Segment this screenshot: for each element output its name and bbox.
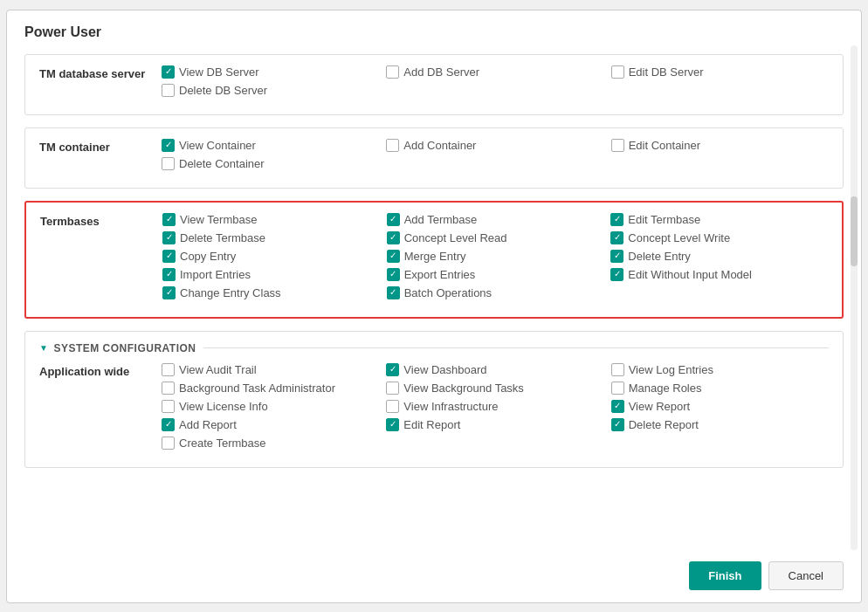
perm-view-log-entries: View Log Entries (611, 363, 829, 376)
finish-button[interactable]: Finish (689, 561, 761, 590)
checkbox-delete-report[interactable] (611, 418, 624, 431)
perm-edit-termbase: Edit Termbase (610, 213, 828, 226)
label-batch-operations: Batch Operations (404, 286, 492, 299)
checkbox-view-report[interactable] (611, 400, 624, 413)
checkbox-edit-without-input-model[interactable] (610, 268, 623, 281)
perm-edit-report: Edit Report (386, 418, 603, 431)
checkbox-batch-operations[interactable] (387, 286, 400, 299)
scrollbar-thumb[interactable] (851, 196, 858, 266)
system-config-section: ▼ SYSTEM CONFIGURATION Application wide … (24, 331, 844, 468)
checkbox-view-termbase[interactable] (162, 213, 176, 226)
app-wide-row: Application wide View Audit Trail View D… (39, 363, 829, 450)
dialog-footer: Finish Cancel (689, 561, 844, 590)
perm-empty-3 (386, 157, 603, 170)
checkbox-view-log-entries[interactable] (611, 363, 624, 376)
label-import-entries: Import Entries (180, 268, 251, 281)
checkbox-delete-db-server[interactable] (162, 84, 175, 97)
checkbox-view-container[interactable] (162, 139, 175, 152)
label-create-termbase: Create Termbase (179, 437, 265, 450)
label-view-log-entries: View Log Entries (629, 363, 713, 376)
termbases-row: Termbases View Termbase Add Termbase Edi… (40, 213, 828, 299)
label-edit-without-input-model: Edit Without Input Model (628, 268, 752, 281)
perm-batch-operations: Batch Operations (387, 286, 604, 299)
label-add-termbase: Add Termbase (404, 213, 478, 226)
checkbox-edit-report[interactable] (386, 418, 399, 431)
checkbox-add-container[interactable] (386, 139, 399, 152)
tm-db-server-items: View DB Server Add DB Server Edit DB Ser… (162, 65, 829, 97)
perm-delete-container: Delete Container (162, 157, 379, 170)
checkbox-copy-entry[interactable] (162, 250, 176, 263)
label-concept-level-read: Concept Level Read (404, 231, 507, 244)
perm-edit-db-server: Edit DB Server (611, 65, 829, 79)
perm-empty-4 (611, 157, 829, 170)
checkbox-delete-termbase[interactable] (162, 231, 176, 244)
checkbox-view-dashboard[interactable] (386, 363, 399, 376)
checkbox-change-entry-class[interactable] (162, 286, 176, 299)
perm-add-container: Add Container (386, 139, 603, 152)
checkbox-manage-roles[interactable] (611, 382, 624, 395)
perm-empty-6 (386, 437, 603, 450)
label-delete-container: Delete Container (179, 157, 265, 170)
tm-container-items: View Container Add Container Edit Contai… (162, 139, 829, 170)
label-manage-roles: Manage Roles (629, 382, 702, 395)
tm-db-server-row: TM database server View DB Server Add DB… (39, 65, 829, 97)
checkbox-concept-level-write[interactable] (610, 231, 623, 244)
perm-empty-2 (611, 84, 829, 97)
perm-view-report: View Report (611, 400, 829, 413)
perm-edit-without-input-model: Edit Without Input Model (610, 268, 828, 281)
label-edit-db-server: Edit DB Server (629, 65, 704, 79)
checkbox-edit-db-server[interactable] (611, 65, 624, 79)
checkbox-delete-entry[interactable] (610, 250, 623, 263)
termbases-section: Termbases View Termbase Add Termbase Edi… (24, 201, 844, 319)
checkbox-merge-entry[interactable] (387, 250, 400, 263)
perm-view-license-info: View License Info (162, 400, 379, 413)
perm-view-termbase: View Termbase (162, 213, 380, 226)
termbases-label: Termbases (40, 213, 162, 228)
perm-view-audit-trail: View Audit Trail (162, 363, 379, 376)
perm-export-entries: Export Entries (387, 268, 604, 281)
checkbox-view-infrastructure[interactable] (386, 400, 399, 413)
perm-copy-entry: Copy Entry (162, 250, 380, 263)
label-add-container: Add Container (403, 139, 476, 152)
perm-merge-entry: Merge Entry (387, 250, 604, 263)
cancel-button[interactable]: Cancel (768, 561, 844, 590)
tm-container-label: TM container (39, 139, 162, 154)
tm-container-section: TM container View Container Add Containe… (24, 127, 844, 189)
label-view-background-tasks: View Background Tasks (403, 382, 524, 395)
label-delete-db-server: Delete DB Server (179, 84, 267, 97)
label-view-container: View Container (179, 139, 256, 152)
checkbox-add-termbase[interactable] (387, 213, 400, 226)
label-view-termbase: View Termbase (180, 213, 257, 226)
perm-import-entries: Import Entries (162, 268, 380, 281)
system-config-title: SYSTEM CONFIGURATION (53, 342, 196, 354)
checkbox-edit-termbase[interactable] (610, 213, 623, 226)
checkbox-add-report[interactable] (162, 418, 175, 431)
label-copy-entry: Copy Entry (180, 250, 236, 263)
checkbox-export-entries[interactable] (387, 268, 400, 281)
toggle-icon[interactable]: ▼ (39, 343, 48, 353)
dialog-title: Power User (24, 24, 844, 40)
label-edit-container: Edit Container (629, 139, 700, 152)
perm-view-dashboard: View Dashboard (386, 363, 603, 376)
label-merge-entry: Merge Entry (404, 250, 466, 263)
app-wide-label: Application wide (39, 363, 162, 378)
checkbox-create-termbase[interactable] (162, 437, 175, 450)
checkbox-view-db-server[interactable] (162, 65, 175, 79)
checkbox-concept-level-read[interactable] (387, 231, 400, 244)
app-wide-items: View Audit Trail View Dashboard View Log… (162, 363, 829, 450)
checkbox-background-task-admin[interactable] (162, 382, 175, 395)
checkbox-add-db-server[interactable] (386, 65, 399, 79)
label-add-report: Add Report (179, 418, 237, 431)
perm-background-task-admin: Background Task Administrator (162, 382, 379, 395)
checkbox-delete-container[interactable] (162, 157, 175, 170)
checkbox-import-entries[interactable] (162, 268, 176, 281)
termbases-items: View Termbase Add Termbase Edit Termbase… (162, 213, 828, 299)
checkbox-edit-container[interactable] (611, 139, 624, 152)
label-delete-report: Delete Report (629, 418, 699, 431)
checkbox-view-license-info[interactable] (162, 400, 175, 413)
perm-view-infrastructure: View Infrastructure (386, 400, 603, 413)
system-config-header: ▼ SYSTEM CONFIGURATION (39, 342, 829, 354)
perm-manage-roles: Manage Roles (611, 382, 829, 395)
checkbox-view-background-tasks[interactable] (386, 382, 399, 395)
checkbox-view-audit-trail[interactable] (162, 363, 175, 376)
